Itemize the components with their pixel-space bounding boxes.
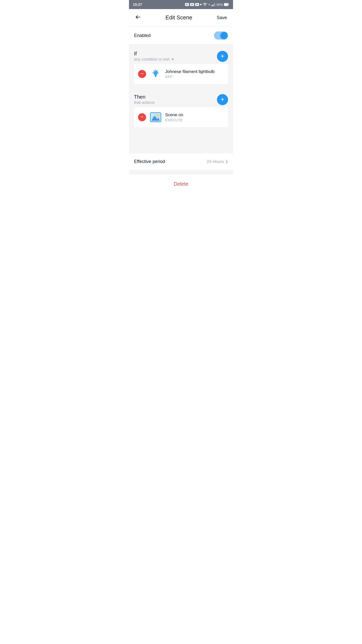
lightbulb-icon bbox=[150, 68, 162, 80]
chevron-right-icon bbox=[225, 160, 228, 164]
page-title: Edit Scene bbox=[165, 14, 192, 21]
if-header-left: If any condition is met bbox=[134, 51, 174, 62]
if-subtitle[interactable]: any condition is met bbox=[134, 57, 174, 62]
svg-rect-11 bbox=[224, 4, 228, 6]
condition-name: Johnese filament lightbulb bbox=[165, 69, 224, 74]
enabled-label: Enabled bbox=[134, 33, 151, 38]
svg-rect-14 bbox=[155, 76, 156, 76]
effective-period-row: Effective period 24 Hours bbox=[129, 153, 233, 170]
spacer-2 bbox=[129, 88, 233, 90]
action-info: Scene on Execute bbox=[165, 112, 224, 122]
scene-icon bbox=[150, 111, 162, 123]
condition-item: − bbox=[134, 64, 228, 84]
svg-rect-7 bbox=[212, 5, 213, 6]
minus-action-icon: − bbox=[141, 114, 144, 120]
effective-period-label: Effective period bbox=[134, 159, 165, 164]
condition-status: OFF bbox=[165, 75, 224, 79]
svg-rect-25 bbox=[152, 115, 154, 116]
spacer-4 bbox=[129, 170, 233, 172]
spacer-1 bbox=[129, 45, 233, 47]
status-icons: ✕ 95% bbox=[185, 3, 229, 7]
effective-period-value-row[interactable]: 24 Hours bbox=[207, 159, 228, 164]
svg-point-24 bbox=[157, 114, 159, 116]
action-item: − Scene on Execute bbox=[134, 107, 228, 127]
svg-line-17 bbox=[157, 70, 158, 71]
add-condition-button[interactable]: + bbox=[217, 51, 228, 62]
back-button[interactable] bbox=[134, 13, 142, 22]
add-condition-icon: + bbox=[220, 53, 224, 60]
save-button[interactable]: Save bbox=[216, 14, 228, 21]
chevron-down-icon bbox=[171, 59, 174, 60]
enabled-toggle[interactable] bbox=[214, 31, 228, 39]
battery-percent: 95% bbox=[216, 3, 223, 7]
status-time: 15:27 bbox=[133, 3, 142, 7]
signal-x: ✕ bbox=[208, 3, 210, 6]
effective-period-value: 24 Hours bbox=[207, 159, 224, 164]
page-header: Edit Scene Save bbox=[129, 9, 233, 26]
svg-rect-8 bbox=[213, 4, 214, 6]
if-subtitle-text: any condition is met bbox=[134, 57, 169, 62]
dot-indicator bbox=[200, 4, 202, 5]
svg-rect-15 bbox=[155, 76, 156, 77]
battery-icon bbox=[224, 3, 229, 6]
minus-icon: − bbox=[141, 71, 144, 76]
then-title: Then bbox=[134, 94, 155, 100]
then-subtitle: that actions bbox=[134, 100, 155, 105]
add-action-icon: + bbox=[220, 96, 224, 103]
add-action-button[interactable]: + bbox=[217, 94, 228, 105]
svg-rect-9 bbox=[214, 3, 215, 6]
svg-rect-6 bbox=[211, 5, 212, 6]
youtube-icon-1 bbox=[185, 3, 189, 6]
action-name: Scene on bbox=[165, 112, 224, 117]
delete-section: Delete bbox=[129, 174, 233, 194]
youtube-icon-3 bbox=[195, 3, 199, 6]
remove-condition-button[interactable]: − bbox=[138, 70, 146, 78]
then-header-left: Then that actions bbox=[134, 94, 155, 105]
if-header: If any condition is met + bbox=[134, 51, 228, 62]
action-status: Execute bbox=[165, 118, 224, 122]
signal-icon bbox=[211, 3, 215, 6]
if-section: If any condition is met + − bbox=[129, 47, 233, 88]
enabled-row: Enabled bbox=[129, 26, 233, 45]
toggle-knob bbox=[220, 32, 228, 39]
condition-info: Johnese filament lightbulb OFF bbox=[165, 69, 224, 79]
then-header: Then that actions + bbox=[134, 94, 228, 105]
remove-action-button[interactable]: − bbox=[138, 113, 146, 121]
page-content: Enabled If any condition is met + − bbox=[129, 26, 233, 194]
delete-button[interactable]: Delete bbox=[174, 181, 188, 187]
then-section: Then that actions + − bbox=[129, 90, 233, 131]
youtube-icon-2 bbox=[190, 3, 194, 6]
svg-rect-12 bbox=[229, 4, 229, 5]
wifi-icon bbox=[203, 3, 207, 6]
spacer-3 bbox=[129, 131, 233, 151]
svg-line-19 bbox=[153, 70, 154, 71]
status-bar: 15:27 ✕ 95% bbox=[129, 0, 233, 9]
if-title: If bbox=[134, 51, 174, 57]
